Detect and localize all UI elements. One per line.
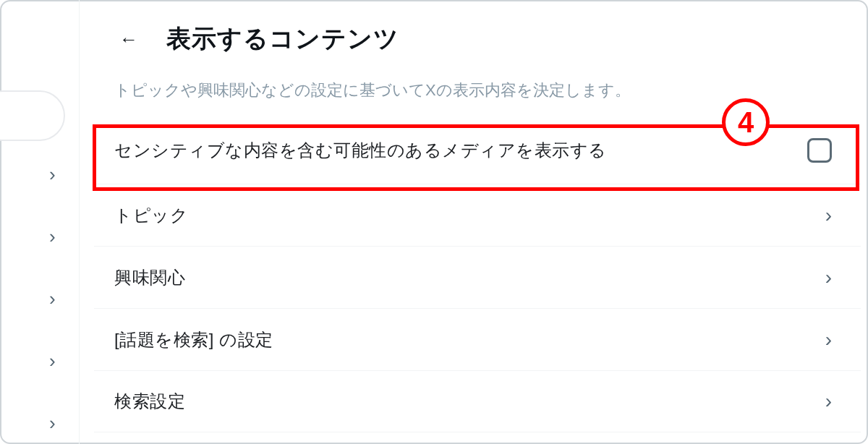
sensitive-media-row[interactable]: センシティブな内容を含む可能性のあるメディアを表示する [94,117,861,184]
chevron-right-icon: › [49,165,56,184]
header: ← 表示するコンテンツ [94,0,861,65]
row-label: トピック [114,204,188,227]
explore-settings-row[interactable]: [話題を検索] の設定 › [94,308,861,370]
row-label: 検索設定 [114,390,185,413]
chevron-right-icon: › [825,204,832,227]
chevron-right-icon: › [49,414,56,432]
left-nav-strip: › › › › › [0,0,80,444]
chevron-right-icon: › [825,266,832,289]
topics-row[interactable]: トピック › [94,184,861,246]
main-column: ← 表示するコンテンツ トピックや興味関心などの設定に基づいてXの表示内容を決定… [94,0,861,444]
arrow-left-icon: ← [119,28,138,51]
sensitive-media-checkbox[interactable] [807,138,832,163]
app-frame: › › › › › ← 表示するコンテンツ トピックや興味関心などの設定に基づい… [0,0,868,444]
chevron-right-icon: › [825,390,832,413]
row-label: 興味関心 [114,266,185,289]
page-title: 表示するコンテンツ [166,22,399,56]
interests-row[interactable]: 興味関心 › [94,246,861,308]
chevron-right-icon: › [49,289,56,308]
page-subtitle: トピックや興味関心などの設定に基づいてXの表示内容を決定します。 [94,65,861,117]
chevron-right-icon: › [49,351,56,370]
back-button[interactable]: ← [114,25,143,54]
left-pill [0,90,65,141]
search-settings-row[interactable]: 検索設定 › [94,370,861,432]
chevron-right-icon: › [49,227,56,246]
row-label: [話題を検索] の設定 [114,328,273,351]
sensitive-media-label: センシティブな内容を含む可能性のあるメディアを表示する [114,139,607,162]
chevron-right-icon: › [825,328,832,351]
